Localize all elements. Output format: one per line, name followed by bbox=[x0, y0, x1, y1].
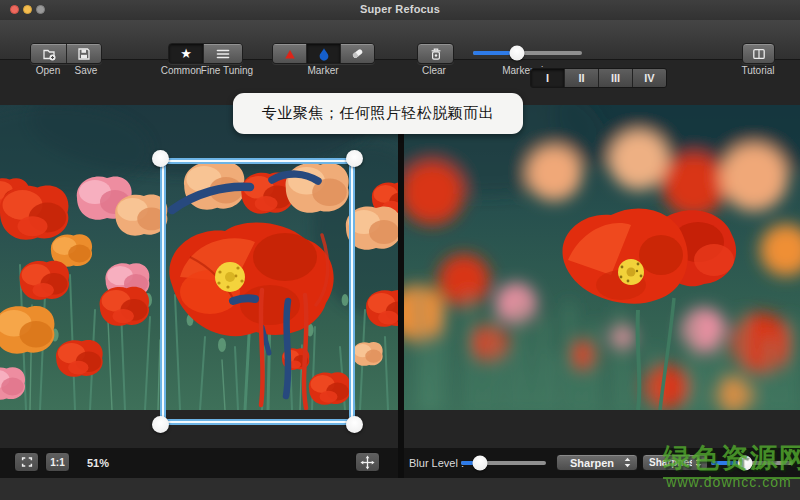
blur-level-slider-knob[interactable] bbox=[472, 456, 487, 471]
save-icon bbox=[76, 46, 92, 62]
trash-icon bbox=[428, 46, 444, 62]
blue-marker-button[interactable] bbox=[306, 44, 340, 63]
selection-handle-top-right[interactable] bbox=[346, 150, 363, 167]
common-mode-button[interactable]: ★ bbox=[169, 44, 203, 63]
actual-size-button[interactable]: 1:1 bbox=[45, 452, 70, 472]
focus-selection-rectangle[interactable] bbox=[160, 158, 355, 425]
fine-tuning-label: Fine Tuning bbox=[201, 65, 253, 76]
fit-to-screen-button[interactable] bbox=[14, 452, 39, 472]
save-button[interactable] bbox=[66, 44, 101, 63]
marker-size-slider-knob[interactable] bbox=[509, 46, 524, 61]
open-label: Open bbox=[36, 65, 60, 76]
tutorial-label: Tutorial bbox=[742, 65, 775, 76]
file-button-group bbox=[30, 43, 102, 64]
result-photo-canvas[interactable] bbox=[404, 105, 800, 410]
adjustment-dropdown[interactable]: Sharpness bbox=[642, 454, 708, 471]
selection-handle-bottom-left[interactable] bbox=[152, 416, 169, 433]
zoom-percentage: 51% bbox=[87, 457, 109, 469]
marker-tool-group bbox=[272, 43, 375, 64]
blue-droplet-marker-icon bbox=[317, 47, 331, 61]
save-label: Save bbox=[75, 65, 98, 76]
red-triangle-marker-icon bbox=[283, 47, 297, 61]
fine-tuning-icon bbox=[215, 46, 231, 62]
app-window: { "window": { "title": "Super Refocus" }… bbox=[0, 0, 800, 500]
dropdown-chevrons-icon bbox=[692, 456, 705, 469]
toolbar: Open Save ★ Common Fine Tuning bbox=[0, 20, 800, 60]
fine-tuning-mode-button[interactable] bbox=[203, 44, 242, 63]
refocus-level-group: I II III IV bbox=[530, 68, 667, 88]
window-title: Super Refocus bbox=[0, 3, 800, 15]
left-status-bar: 1:1 51% bbox=[0, 448, 398, 478]
poppy-field-refocused-image bbox=[404, 105, 800, 410]
pan-tool-button[interactable] bbox=[355, 452, 380, 472]
level-4-button[interactable]: IV bbox=[632, 69, 666, 87]
selection-handle-bottom-right[interactable] bbox=[346, 416, 363, 433]
star-icon: ★ bbox=[180, 47, 192, 60]
level-3-button[interactable]: III bbox=[598, 69, 632, 87]
red-marker-button[interactable] bbox=[273, 44, 306, 63]
clear-button[interactable] bbox=[417, 43, 454, 64]
effect-mode-value: Sharpen bbox=[557, 457, 621, 469]
effect-mode-dropdown[interactable]: Sharpen bbox=[556, 454, 638, 471]
dropdown-chevrons-icon bbox=[621, 456, 634, 469]
marker-size-slider[interactable] bbox=[473, 51, 582, 55]
level-1-button[interactable]: I bbox=[531, 69, 564, 87]
window-bottom-strip bbox=[0, 478, 800, 500]
move-arrows-icon bbox=[360, 455, 375, 470]
eraser-button[interactable] bbox=[340, 44, 374, 63]
title-bar: Super Refocus bbox=[0, 0, 800, 21]
tutorial-button[interactable] bbox=[742, 43, 775, 64]
level-2-button[interactable]: II bbox=[564, 69, 598, 87]
open-file-icon bbox=[41, 46, 57, 62]
eraser-icon bbox=[350, 46, 365, 61]
common-label: Common bbox=[161, 65, 202, 76]
hint-tooltip: 专业聚焦；任何照片轻松脱颖而出 bbox=[233, 93, 523, 134]
right-status-bar: Blur Level : Sharpen Sharpness bbox=[404, 448, 800, 478]
selection-handle-top-left[interactable] bbox=[152, 150, 169, 167]
marker-label: Marker bbox=[307, 65, 338, 76]
sharpness-slider[interactable] bbox=[711, 461, 793, 465]
sharpness-slider-knob[interactable] bbox=[738, 456, 753, 471]
fit-screen-icon bbox=[20, 455, 34, 469]
open-button[interactable] bbox=[31, 44, 66, 63]
blur-level-label: Blur Level : bbox=[409, 457, 464, 469]
panel-divider bbox=[398, 105, 404, 478]
clear-label: Clear bbox=[422, 65, 446, 76]
mode-button-group: ★ bbox=[168, 43, 243, 64]
book-icon bbox=[751, 46, 767, 62]
blur-level-slider[interactable] bbox=[461, 461, 546, 465]
adjustment-value: Sharpness bbox=[643, 457, 692, 468]
